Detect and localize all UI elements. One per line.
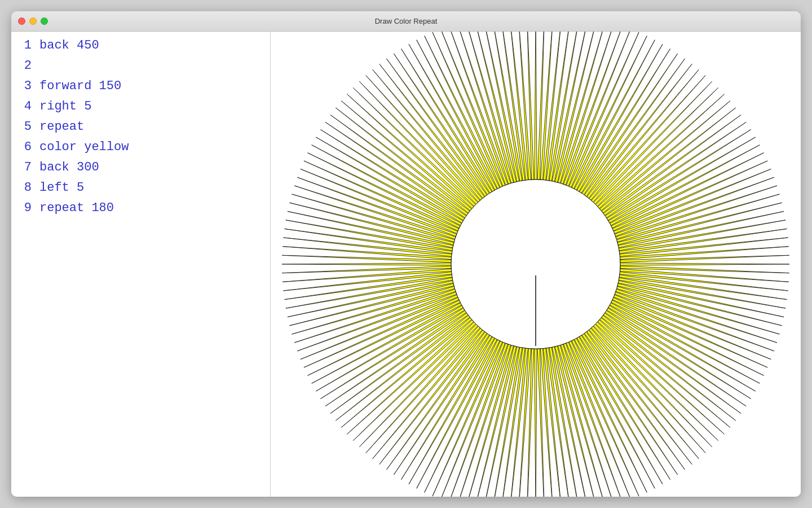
line-number: 6 (11, 140, 39, 154)
canvas-panel (271, 32, 801, 497)
traffic-lights (18, 17, 48, 25)
main-content: 1back 45023forward 1504right 55repeat6co… (11, 32, 801, 497)
line-number: 8 (11, 181, 39, 195)
line-content: right 5 (39, 99, 91, 113)
code-line: 3forward 150 (11, 78, 270, 98)
line-number: 4 (11, 99, 39, 113)
line-number: 9 (11, 201, 39, 215)
code-line: 7back 300 (11, 159, 270, 179)
window-title: Draw Color Repeat (375, 17, 438, 25)
code-line: 8left 5 (11, 179, 270, 200)
line-content: left 5 (39, 181, 84, 195)
app-window: Draw Color Repeat 1back 45023forward 150… (11, 11, 801, 497)
turtle-canvas (271, 32, 801, 497)
code-line: 9repeat 180 (11, 200, 270, 220)
line-content: back 450 (39, 38, 99, 52)
line-content: color yellow (39, 140, 129, 154)
line-content: repeat (39, 120, 84, 134)
line-number: 1 (11, 38, 39, 52)
titlebar: Draw Color Repeat (11, 11, 801, 32)
line-number: 3 (11, 79, 39, 93)
minimize-button[interactable] (29, 17, 37, 25)
code-line: 5repeat (11, 119, 270, 139)
code-line: 1back 450 (11, 37, 270, 58)
code-editor[interactable]: 1back 45023forward 1504right 55repeat6co… (11, 32, 271, 497)
maximize-button[interactable] (41, 17, 48, 25)
line-content: repeat 180 (39, 201, 114, 215)
code-line: 4right 5 (11, 98, 270, 119)
code-line: 2 (11, 58, 270, 78)
line-number: 5 (11, 120, 39, 134)
code-line: 6color yellow (11, 139, 270, 159)
line-number: 7 (11, 160, 39, 174)
line-number: 2 (11, 59, 39, 73)
line-content: back 300 (39, 160, 99, 174)
line-content: forward 150 (39, 79, 121, 93)
close-button[interactable] (18, 17, 25, 25)
